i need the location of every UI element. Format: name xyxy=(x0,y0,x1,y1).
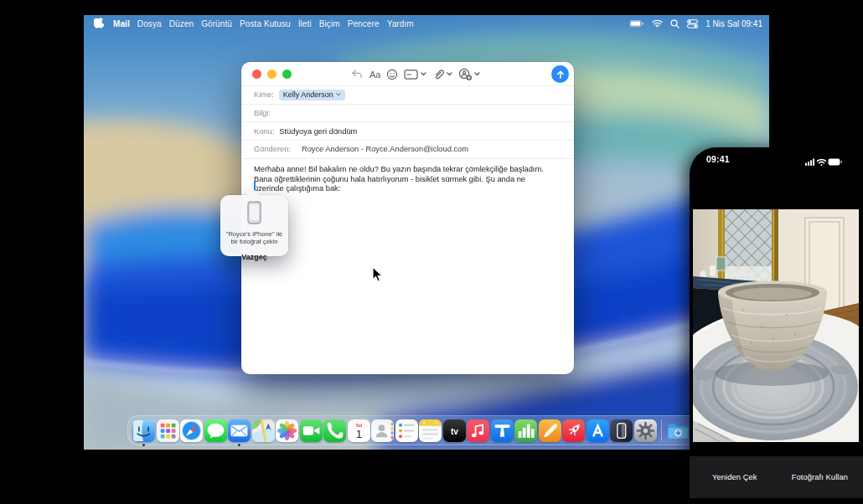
notes-icon xyxy=(419,419,442,442)
contacts-icon xyxy=(371,419,394,442)
iphone-icon xyxy=(247,201,261,228)
to-field[interactable]: Kime: Kelly Anderson xyxy=(241,86,574,105)
phone-icon xyxy=(323,419,346,442)
emoji-icon[interactable] xyxy=(386,69,398,80)
dock-item-system-settings[interactable] xyxy=(634,419,657,442)
subject-field[interactable]: Konu: Stüdyoya geri döndüm xyxy=(241,122,574,141)
subject-label: Konu: xyxy=(254,127,274,136)
dock-item-notes[interactable] xyxy=(419,419,442,442)
wifi-icon[interactable] xyxy=(652,19,663,28)
numbers-icon xyxy=(514,419,537,442)
dock-item-contacts[interactable] xyxy=(371,419,394,442)
dock-item-app-store[interactable] xyxy=(587,419,609,442)
menu-item-goruntu[interactable]: Görüntü xyxy=(201,19,232,28)
popover-message: "Royce's iPhone" ile bir fotoğraf çekin xyxy=(226,230,283,245)
battery-icon xyxy=(829,159,843,166)
dock-item-pages[interactable] xyxy=(539,419,561,442)
menu-item-yardim[interactable]: Yardım xyxy=(387,19,414,28)
menu-item-posta-kutusu[interactable]: Posta Kutusu xyxy=(240,19,291,28)
menu-item-duzen[interactable]: Düzen xyxy=(169,19,194,28)
close-button[interactable] xyxy=(252,69,261,79)
retake-button[interactable]: Yeniden Çek xyxy=(712,473,757,481)
send-button[interactable] xyxy=(551,65,569,83)
attach-icon[interactable] xyxy=(432,68,452,80)
minimize-button[interactable] xyxy=(267,69,276,79)
header-fields-icon[interactable] xyxy=(404,69,426,80)
continuity-camera-popover: "Royce's iPhone" ile bir fotoğraf çekin … xyxy=(220,195,288,256)
svg-text:1: 1 xyxy=(355,428,362,440)
games-icon xyxy=(562,419,585,442)
undo-icon[interactable] xyxy=(350,69,364,80)
insert-photo-icon[interactable] xyxy=(458,68,480,81)
dock-item-messages[interactable] xyxy=(204,419,227,442)
menu-bar: Mail DosyaDüzenGörüntüPosta KutusuİletiB… xyxy=(84,15,769,32)
wifi-icon xyxy=(818,160,826,166)
menu-clock[interactable]: 1 Nis Sal 09:41 xyxy=(705,19,762,28)
dock-item-facetime[interactable] xyxy=(300,419,323,442)
running-indicator xyxy=(238,444,240,446)
svg-text:Sal: Sal xyxy=(355,422,362,427)
recipient-name: Kelly Anderson xyxy=(283,90,333,99)
cancel-button[interactable]: Vazgeç xyxy=(241,249,267,265)
cc-label: Bilgi: xyxy=(254,109,271,117)
camera-preview-photo xyxy=(693,209,859,442)
menu-item-i̇leti[interactable]: İleti xyxy=(298,19,312,28)
pages-icon xyxy=(539,419,561,442)
menu-item-bicim[interactable]: Biçim xyxy=(319,19,340,28)
dock-item-iphone-mirroring[interactable] xyxy=(610,419,633,442)
launchpad-icon xyxy=(157,419,179,442)
dock-item-photos[interactable] xyxy=(276,419,298,442)
menu-app-name[interactable]: Mail xyxy=(113,19,130,28)
dock-item-keynote[interactable] xyxy=(491,419,514,442)
dock-item-music[interactable] xyxy=(467,419,489,442)
search-icon[interactable] xyxy=(670,19,680,28)
dock-item-safari[interactable] xyxy=(180,419,203,442)
tv-icon: tv xyxy=(443,419,466,442)
apple-menu-icon[interactable] xyxy=(94,18,104,29)
from-label: Gönderen: xyxy=(254,145,291,153)
dock-item-launchpad[interactable] xyxy=(157,419,179,442)
dock-item-finder[interactable] xyxy=(132,419,155,442)
maps-icon xyxy=(252,419,275,442)
from-field[interactable]: Gönderen: Royce Anderson - Royce.Anderso… xyxy=(241,141,574,159)
message-body[interactable]: Merhaba anne! Bil bakalım ne oldu? Bu ya… xyxy=(241,159,561,194)
mail-icon xyxy=(228,419,251,442)
dock-item-maps[interactable] xyxy=(252,419,275,442)
svg-text:tv: tv xyxy=(450,427,457,436)
reminders-icon xyxy=(395,419,418,442)
zoom-button[interactable] xyxy=(282,69,292,79)
popover-line1: "Royce's iPhone" ile xyxy=(226,230,283,238)
iphone-status-icons xyxy=(805,155,842,170)
iphone-status-bar: 09:41 xyxy=(690,147,863,172)
dock-item-reminders[interactable] xyxy=(395,419,418,442)
subject-value: Stüdyoya geri döndüm xyxy=(279,127,357,136)
battery-icon[interactable] xyxy=(629,20,644,28)
to-label: Kime: xyxy=(254,90,274,99)
screenshot-stage: Mail DosyaDüzenGörüntüPosta KutusuİletiB… xyxy=(0,0,863,504)
chevron-down-icon xyxy=(336,93,341,96)
menu-items: DosyaDüzenGörüntüPosta KutusuİletiBiçimP… xyxy=(137,19,414,28)
dock-item-numbers[interactable] xyxy=(514,419,537,442)
downloads-folder-icon xyxy=(667,419,690,442)
mouse-pointer-icon xyxy=(372,266,383,285)
system-settings-icon xyxy=(634,419,657,442)
use-photo-button[interactable]: Fotoğrafı Kullan xyxy=(792,473,848,481)
finder-icon xyxy=(132,419,155,442)
safari-icon xyxy=(180,419,203,442)
dock-item-mail[interactable] xyxy=(228,419,251,442)
dock-item-tv[interactable]: tv xyxy=(443,419,466,442)
recipient-token[interactable]: Kelly Anderson xyxy=(279,90,345,100)
photos-icon xyxy=(276,419,298,442)
window-controls xyxy=(252,69,292,79)
control-center-icon[interactable] xyxy=(687,19,698,28)
dock-item-downloads-folder[interactable] xyxy=(667,419,690,442)
iphone-clock: 09:41 xyxy=(706,154,730,164)
format-icon[interactable]: Aa xyxy=(369,69,380,80)
dock-item-calendar[interactable]: Sal1 xyxy=(348,419,370,442)
menu-item-dosya[interactable]: Dosya xyxy=(137,19,162,28)
iphone-mirroring-icon xyxy=(610,419,633,442)
dock-item-phone[interactable] xyxy=(323,419,346,442)
cc-field[interactable]: Bilgi: xyxy=(241,105,574,123)
dock-item-games[interactable] xyxy=(562,419,585,442)
menu-item-pencere[interactable]: Pencere xyxy=(348,19,380,28)
